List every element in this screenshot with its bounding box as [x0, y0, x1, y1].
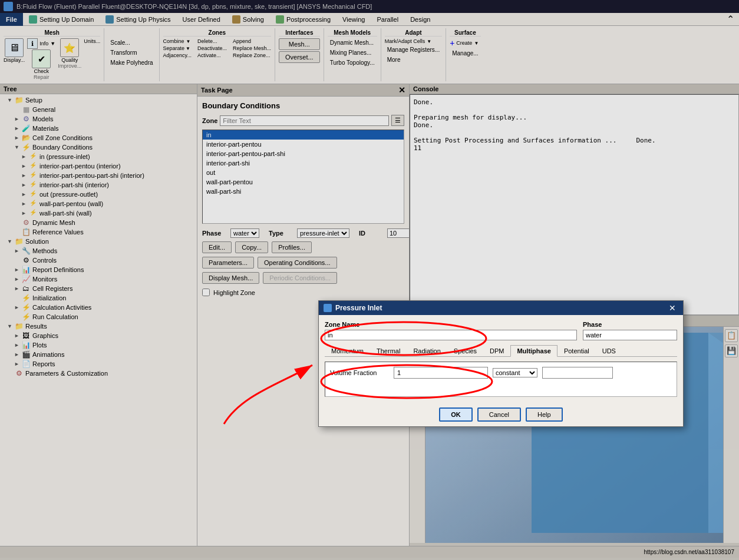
modal-overlay: Pressure Inlet ✕ Zone Name Phase Momentu… — [0, 0, 739, 560]
modal-volumefraction-row: Volume Fraction constant expression prof… — [330, 367, 672, 379]
modal-tabs: Momentum Thermal Radiation Species DPM M… — [325, 345, 677, 357]
modal-zonename-field: Zone Name — [325, 321, 577, 340]
modal-body: Zone Name Phase Momentum Thermal Radiati… — [319, 315, 683, 403]
modal-tab-species[interactable]: Species — [447, 345, 483, 357]
modal-phase-input[interactable] — [583, 330, 677, 340]
modal-method-select[interactable]: constant expression profile — [493, 368, 537, 377]
modal-fields-row: Zone Name Phase — [325, 321, 677, 340]
modal-cancel-btn[interactable]: Cancel — [477, 407, 521, 422]
modal-tab-momentum[interactable]: Momentum — [325, 345, 370, 357]
modal-multiphase-content: Volume Fraction constant expression prof… — [325, 362, 677, 397]
modal-ok-btn[interactable]: OK — [439, 407, 473, 422]
pressure-inlet-dialog: Pressure Inlet ✕ Zone Name Phase Momentu… — [318, 300, 684, 427]
modal-close-btn[interactable]: ✕ — [667, 303, 678, 313]
modal-tab-dpm[interactable]: DPM — [483, 345, 510, 357]
modal-title: Pressure Inlet — [335, 304, 382, 312]
modal-phase-field: Phase — [583, 321, 677, 340]
modal-tab-radiation[interactable]: Radiation — [407, 345, 447, 357]
modal-tab-uds[interactable]: UDS — [596, 345, 622, 357]
modal-help-btn[interactable]: Help — [526, 407, 563, 422]
modal-tab-thermal[interactable]: Thermal — [370, 345, 407, 357]
modal-icon — [324, 304, 332, 312]
modal-zonename-input[interactable] — [325, 330, 577, 340]
modal-volumefraction-input[interactable] — [394, 367, 488, 379]
modal-tab-multiphase[interactable]: Multiphase — [510, 345, 557, 357]
modal-value-input[interactable] — [542, 367, 613, 379]
modal-tab-potential[interactable]: Potential — [557, 345, 596, 357]
modal-title-bar: Pressure Inlet ✕ — [319, 301, 683, 315]
modal-footer: OK Cancel Help — [319, 403, 683, 426]
